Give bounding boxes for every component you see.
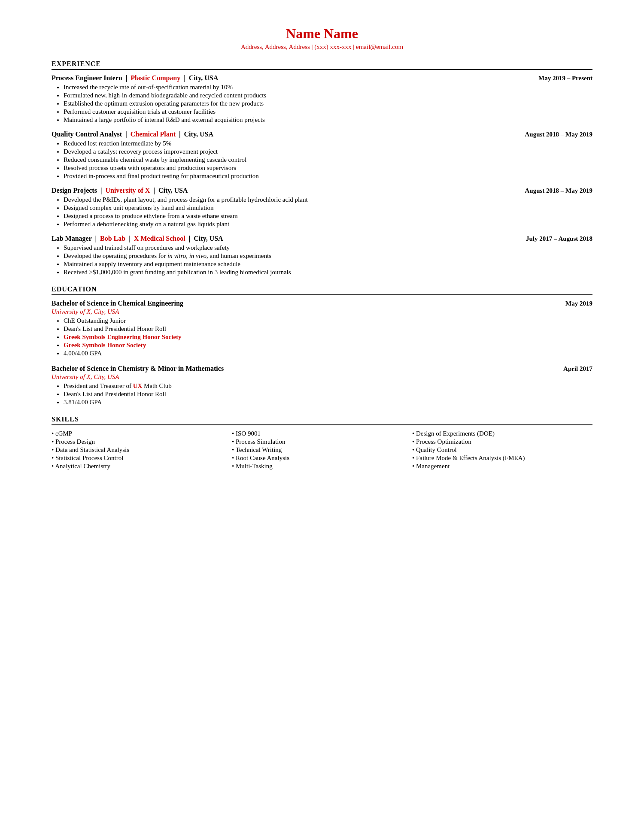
skills-col-2: • ISO 9001 • Process Simulation • Techni… bbox=[232, 430, 412, 470]
job-title-line-1: Process Engineer Intern | Plastic Compan… bbox=[52, 74, 218, 82]
bullet: Performed customer acquisition trials at… bbox=[64, 108, 592, 115]
bullet: Developed the operating procedures for i… bbox=[64, 252, 592, 260]
job-block-3: Design Projects | University of X | City… bbox=[52, 187, 592, 228]
edu-header-2: Bachelor of Science in Chemistry & Minor… bbox=[52, 365, 592, 373]
skills-col-1: • cGMP • Process Design • Data and Stati… bbox=[52, 430, 232, 470]
job-date-4: July 2017 – August 2018 bbox=[526, 235, 592, 242]
job-block-1: Process Engineer Intern | Plastic Compan… bbox=[52, 74, 592, 124]
bullet: Received >$1,000,000 in grant funding an… bbox=[64, 269, 592, 276]
separator: | bbox=[125, 130, 129, 138]
job-title-2: Quality Control Analyst bbox=[52, 130, 122, 138]
job-header-1: Process Engineer Intern | Plastic Compan… bbox=[52, 74, 592, 82]
bullet: Maintained a large portfolio of internal… bbox=[64, 116, 592, 124]
bullet: Resolved process upsets with operators a… bbox=[64, 164, 592, 172]
bullet: Developed a catalyst recovery process im… bbox=[64, 148, 592, 155]
location-3: City, USA bbox=[158, 187, 188, 194]
job-title-line-2: Quality Control Analyst | Chemical Plant… bbox=[52, 130, 213, 138]
job-date-1: May 2019 – Present bbox=[538, 75, 592, 82]
skill-item: • Process Simulation bbox=[232, 438, 412, 446]
edu-bullets-1: ChE Outstanding Junior Dean's List and P… bbox=[64, 317, 592, 357]
edu-bullet: 3.81/4.00 GPA bbox=[64, 399, 592, 406]
bullet: Developed the P&IDs, plant layout, and p… bbox=[64, 196, 592, 203]
job-date-3: August 2018 – May 2019 bbox=[525, 187, 592, 194]
skill-item: • cGMP bbox=[52, 430, 232, 438]
bullet: Maintained a supply inventory and equipm… bbox=[64, 261, 592, 268]
skill-item: • Analytical Chemistry bbox=[52, 462, 232, 470]
job-title-4: Lab Manager bbox=[52, 235, 91, 242]
contact-info: Address, Address, Address | (xxx) xxx-xx… bbox=[52, 43, 592, 51]
edu-block-2: Bachelor of Science in Chemistry & Minor… bbox=[52, 365, 592, 406]
bullet: Increased the recycle rate of out-of-spe… bbox=[64, 84, 592, 91]
job-title-line-3: Design Projects | University of X | City… bbox=[52, 187, 188, 194]
ux-link: UX bbox=[133, 382, 143, 389]
job-block-2: Quality Control Analyst | Chemical Plant… bbox=[52, 130, 592, 180]
skill-item: • Data and Statistical Analysis bbox=[52, 446, 232, 454]
edu-university-1: University of X, City, USA bbox=[52, 308, 592, 315]
location-2: City, USA bbox=[184, 130, 213, 138]
edu-degree-1: Bachelor of Science in Chemical Engineer… bbox=[52, 300, 183, 307]
company-3: University of X bbox=[105, 187, 150, 194]
bullet: Performed a debottlenecking study on a n… bbox=[64, 221, 592, 228]
separator: | bbox=[189, 235, 192, 242]
skill-item: • Quality Control bbox=[412, 446, 592, 454]
bullet: Reduced lost reaction intermediate by 5% bbox=[64, 140, 592, 147]
bullet: Designed a process to produce ethylene f… bbox=[64, 212, 592, 220]
skill-item: • Management bbox=[412, 462, 592, 470]
job-title-1: Process Engineer Intern bbox=[52, 74, 122, 82]
job-date-2: August 2018 – May 2019 bbox=[525, 131, 592, 138]
skill-item: • Design of Experiments (DOE) bbox=[412, 430, 592, 438]
bullet: Provided in-process and final product te… bbox=[64, 173, 592, 180]
edu-university-2: University of X, City, USA bbox=[52, 373, 592, 381]
edu-bullet: ChE Outstanding Junior bbox=[64, 317, 592, 324]
job-bullets-2: Reduced lost reaction intermediate by 5%… bbox=[64, 140, 592, 180]
bullet: Established the optimum extrusion operat… bbox=[64, 100, 592, 107]
bullet: Reduced consumable chemical waste by imp… bbox=[64, 156, 592, 164]
full-name: Name Name bbox=[52, 26, 592, 42]
education-title: EDUCATION bbox=[52, 285, 592, 295]
italic-text: in vitro bbox=[167, 252, 186, 259]
edu-bullets-2: President and Treasurer of UX Math Club … bbox=[64, 382, 592, 406]
skill-item: • Root Cause Analysis bbox=[232, 454, 412, 462]
separator: | bbox=[129, 235, 132, 242]
honor-society-link-1: Greek Symbols Engineering Honor Society bbox=[64, 333, 181, 340]
company-1: Plastic Company bbox=[131, 74, 180, 82]
bullet: Supervised and trained staff on procedur… bbox=[64, 244, 592, 251]
job-header-2: Quality Control Analyst | Chemical Plant… bbox=[52, 130, 592, 138]
edu-date-1: May 2019 bbox=[565, 300, 592, 307]
skill-item: • Multi-Tasking bbox=[232, 462, 412, 470]
skills-col-3: • Design of Experiments (DOE) • Process … bbox=[412, 430, 592, 470]
job-bullets-3: Developed the P&IDs, plant layout, and p… bbox=[64, 196, 592, 228]
edu-bullet: President and Treasurer of UX Math Club bbox=[64, 382, 592, 390]
bullet: Designed complex unit operations by hand… bbox=[64, 204, 592, 212]
job-block-4: Lab Manager | Bob Lab | X Medical School… bbox=[52, 235, 592, 276]
edu-bullet: Dean's List and Presidential Honor Roll bbox=[64, 391, 592, 398]
company-4b: X Medical School bbox=[134, 235, 185, 242]
edu-bullet: Greek Symbols Engineering Honor Society bbox=[64, 333, 592, 341]
job-bullets-1: Increased the recycle rate of out-of-spe… bbox=[64, 84, 592, 124]
skills-title: SKILLS bbox=[52, 415, 592, 425]
edu-header-1: Bachelor of Science in Chemical Engineer… bbox=[52, 300, 592, 307]
bullet: Formulated new, high-in-demand biodegrad… bbox=[64, 92, 592, 99]
skill-item: • Technical Writing bbox=[232, 446, 412, 454]
job-title-3: Design Projects bbox=[52, 187, 97, 194]
separator: | bbox=[179, 130, 182, 138]
job-title-line-4: Lab Manager | Bob Lab | X Medical School… bbox=[52, 235, 223, 242]
separator: | bbox=[126, 74, 129, 82]
skill-item: • Process Design bbox=[52, 438, 232, 446]
education-section: EDUCATION Bachelor of Science in Chemica… bbox=[52, 285, 592, 406]
job-header-4: Lab Manager | Bob Lab | X Medical School… bbox=[52, 235, 592, 242]
skills-grid: • cGMP • Process Design • Data and Stati… bbox=[52, 430, 592, 470]
job-bullets-4: Supervised and trained staff on procedur… bbox=[64, 244, 592, 276]
italic-text: in vivo bbox=[189, 252, 207, 259]
skill-item: • ISO 9001 bbox=[232, 430, 412, 438]
skill-item: • Process Optimization bbox=[412, 438, 592, 446]
honor-society-link-2: Greek Symbols Honor Society bbox=[64, 342, 146, 348]
separator: | bbox=[184, 74, 187, 82]
separator: | bbox=[100, 187, 104, 194]
edu-block-1: Bachelor of Science in Chemical Engineer… bbox=[52, 300, 592, 357]
job-header-3: Design Projects | University of X | City… bbox=[52, 187, 592, 194]
edu-date-2: April 2017 bbox=[563, 365, 592, 373]
edu-bullet: Dean's List and Presidential Honor Roll bbox=[64, 325, 592, 333]
experience-section: EXPERIENCE Process Engineer Intern | Pla… bbox=[52, 60, 592, 276]
separator: | bbox=[95, 235, 98, 242]
